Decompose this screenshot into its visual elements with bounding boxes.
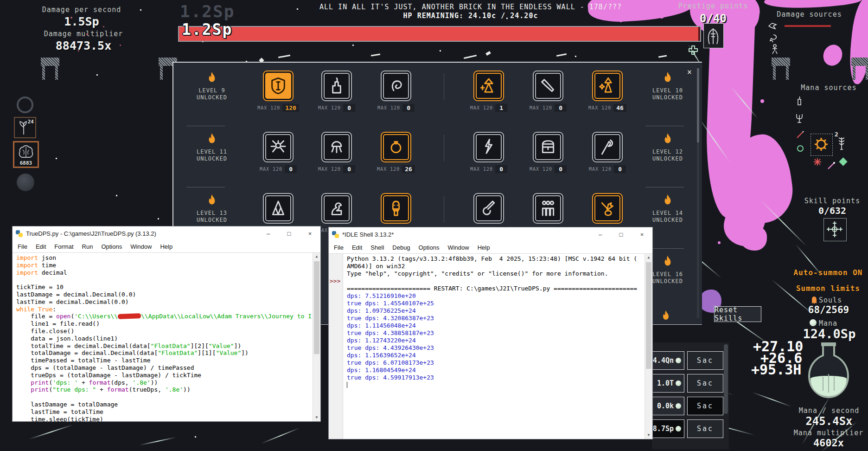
sacrifice-panel: 4.4QnSac1.0TSac0.0kSac8.7SpSac [652, 342, 729, 449]
skill-tile[interactable] [533, 132, 563, 162]
skill-tile[interactable] [263, 132, 294, 162]
green-gem-icon[interactable] [839, 157, 847, 166]
skill-tile[interactable] [321, 193, 352, 224]
scroll-down-arrow[interactable]: ▼ [313, 414, 320, 421]
shell-menu-debug[interactable]: Debug [388, 244, 414, 251]
editor-menu-edit[interactable]: Edit [32, 243, 50, 250]
shell-menu-help[interactable]: Help [473, 244, 494, 251]
minimize-button[interactable]: – [258, 226, 279, 240]
skill-tile[interactable] [321, 71, 352, 101]
shell-output-line: dps: 1.11456048e+24 [347, 322, 645, 329]
summon-counter-large[interactable]: 6883 [13, 141, 39, 168]
editor-menu-window[interactable]: Window [126, 243, 156, 250]
damage-per-second-label: Damage per second [40, 6, 123, 14]
summon-blob-icon[interactable] [17, 174, 34, 191]
skill-tree-icon[interactable] [823, 218, 847, 241]
damage-source-scorpion-icon[interactable] [769, 33, 779, 45]
level-number: LEVEL 9 [182, 87, 242, 94]
editor-menu-format[interactable]: Format [50, 243, 77, 250]
shell-scroll-thumb[interactable] [646, 262, 651, 369]
editor-menu-help[interactable]: Help [156, 243, 177, 250]
skill-tile[interactable] [473, 132, 504, 162]
mana-source-wand-icon[interactable] [796, 130, 805, 141]
code-token: import [16, 269, 38, 276]
skill-tile[interactable] [263, 193, 294, 224]
sacrifice-button[interactable]: Sac [687, 419, 723, 438]
maximize-button[interactable]: □ [279, 226, 300, 240]
sacrifice-scrollbar[interactable] [724, 344, 728, 414]
skill-tile[interactable] [533, 71, 563, 101]
scroll-down-arrow[interactable]: ▼ [645, 432, 652, 439]
code-token: print [31, 379, 49, 386]
shell-content[interactable]: >>> Python 3.13.2 (tags/v3.13.2:4f8bb39,… [329, 254, 652, 439]
shell-output-line: dps: 1.15639652e+24 [347, 352, 645, 359]
damage-source-dragonfly-icon[interactable] [768, 21, 778, 32]
editor-scrollbar[interactable]: ▲ ▼ [313, 253, 320, 421]
mana-source-orb-icon[interactable] [797, 145, 804, 154]
shell-menu-options[interactable]: Options [415, 244, 444, 251]
pink-wand-icon[interactable] [827, 161, 836, 172]
code-line: data = json.loads(line1) [16, 335, 313, 342]
maximize-button[interactable]: □ [611, 227, 632, 241]
close-button[interactable]: × [632, 227, 652, 241]
gear-icon[interactable] [811, 134, 831, 155]
sacrifice-amount: 0.0k [657, 402, 674, 410]
mana-sources-label: Mana sources [793, 84, 865, 92]
editor-menu-file[interactable]: File [13, 243, 32, 250]
mana-source-candle-icon[interactable] [796, 96, 803, 109]
summon-crosshair-icon[interactable] [686, 45, 700, 60]
skill-tile[interactable] [473, 193, 504, 224]
shell-scrollbar[interactable]: ▲ ▼ [645, 254, 652, 439]
skill-tile-face [383, 73, 409, 99]
shell-titlebar[interactable]: *IDLE Shell 3.13.2* – □ × [329, 227, 652, 241]
skill-tile[interactable] [381, 193, 411, 224]
editor-scroll-thumb[interactable] [314, 261, 319, 354]
shell-menu-window[interactable]: Window [443, 244, 473, 251]
skill-tile[interactable] [321, 132, 352, 162]
skill-tile[interactable] [592, 71, 623, 101]
shell-menu-file[interactable]: File [330, 244, 348, 251]
sacrifice-button[interactable]: Sac [687, 351, 723, 370]
code-token: line1 = file.read() [16, 320, 100, 327]
souls-label: Souls [819, 296, 847, 304]
reset-skills-button[interactable]: Reset Skills [714, 306, 761, 322]
skill-tile[interactable] [381, 71, 411, 101]
editor-menu-run[interactable]: Run [78, 243, 97, 250]
summon-limits-link[interactable]: Summon limits [791, 284, 865, 293]
summon-orb-icon[interactable] [17, 97, 33, 113]
skill-tile[interactable] [263, 71, 294, 101]
scroll-up-arrow[interactable]: ▲ [645, 254, 652, 261]
editor-content[interactable]: import jsonimport timeimport decimaltick… [13, 253, 320, 421]
sacrifice-button[interactable]: Sac [687, 397, 723, 415]
code-line: file.close() [16, 328, 313, 335]
skill-tile[interactable] [592, 193, 623, 224]
shell-menu-shell[interactable]: Shell [366, 244, 388, 251]
scroll-up-arrow[interactable]: ▲ [313, 253, 320, 260]
mana-source-candelabra-icon[interactable] [795, 112, 804, 125]
editor-titlebar[interactable]: TrueDPS.py - C:\games\J2I\TrueDPS.py (3.… [13, 226, 320, 240]
minimize-button[interactable]: – [590, 227, 611, 241]
code-token: format [89, 379, 111, 386]
skill-tile[interactable] [533, 193, 563, 224]
shell-output-area[interactable]: Python 3.13.2 (tags/v3.13.2:4f8bb39, Feb… [343, 254, 645, 439]
red-spark-icon[interactable] [813, 158, 822, 168]
column-divider [444, 196, 444, 223]
shell-menu-edit[interactable]: Edit [348, 244, 366, 251]
skill-tile[interactable] [473, 71, 504, 101]
sacrifice-button[interactable]: Sac [687, 374, 723, 393]
auto-summon-status[interactable]: Auto-summon ON [788, 268, 868, 277]
editor-menu-options[interactable]: Options [97, 243, 126, 250]
fishbone-icon[interactable] [837, 136, 846, 152]
skill-tile-info: MAX 1200 [306, 104, 367, 112]
code-line: print("true dps: " + format(trueDps, '.8… [16, 386, 313, 393]
skill-tile[interactable] [381, 132, 411, 162]
code-token: totalDamage = decimal.Decimal(data[ [16, 349, 158, 356]
prestige-icon[interactable] [703, 23, 724, 48]
summon-counter-small[interactable]: 24 [14, 117, 36, 138]
code-token: '.8e' [133, 379, 151, 386]
code-token: \\AppData\\LocalLow\\Adam Travers\\Journ… [141, 313, 312, 320]
code-area[interactable]: import jsonimport timeimport decimaltick… [13, 253, 313, 421]
damage-source-skeleton-icon[interactable] [771, 44, 779, 57]
skill-tile[interactable] [592, 132, 623, 162]
close-button[interactable]: × [300, 226, 320, 240]
